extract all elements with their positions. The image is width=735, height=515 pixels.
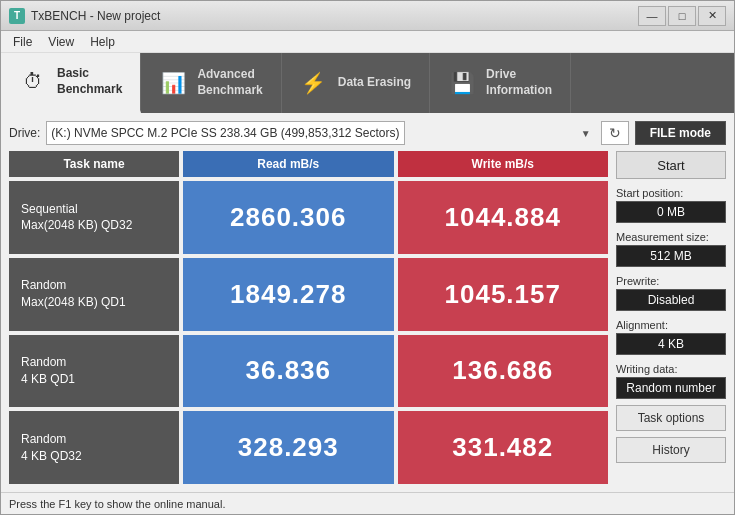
status-bar: Press the F1 key to show the online manu… (1, 492, 734, 514)
start-position-group: Start position: 0 MB (616, 185, 726, 223)
toolbar-advanced-benchmark[interactable]: 📊 AdvancedBenchmark (141, 53, 281, 113)
read-random-4kb-qd32: 328.293 (183, 411, 394, 484)
main-window: T TxBENCH - New project — □ ✕ File View … (0, 0, 735, 515)
clock-icon: ⏱ (19, 68, 47, 96)
read-random-2048-qd1: 1849.278 (183, 258, 394, 331)
close-button[interactable]: ✕ (698, 6, 726, 26)
status-text: Press the F1 key to show the online manu… (9, 498, 225, 510)
toolbar: ⏱ BasicBenchmark 📊 AdvancedBenchmark ⚡ D… (1, 53, 734, 113)
table-row: SequentialMax(2048 KB) QD32 2860.306 104… (9, 181, 608, 254)
write-random-2048-qd1: 1045.157 (398, 258, 609, 331)
title-bar: T TxBENCH - New project — □ ✕ (1, 1, 734, 31)
chevron-down-icon: ▼ (581, 128, 591, 139)
task-sequential-qd32: SequentialMax(2048 KB) QD32 (9, 181, 179, 254)
benchmark-table: Task name Read mB/s Write mB/s Sequentia… (9, 151, 608, 484)
drive-select[interactable]: (K:) NVMe SPCC M.2 PCIe SS 238.34 GB (49… (46, 121, 405, 145)
maximize-button[interactable]: □ (668, 6, 696, 26)
data-erasing-label: Data Erasing (338, 75, 411, 91)
start-button[interactable]: Start (616, 151, 726, 179)
read-sequential-qd32: 2860.306 (183, 181, 394, 254)
table-header: Task name Read mB/s Write mB/s (9, 151, 608, 177)
header-read: Read mB/s (183, 151, 394, 177)
toolbar-data-erasing[interactable]: ⚡ Data Erasing (282, 53, 430, 113)
write-sequential-qd32: 1044.884 (398, 181, 609, 254)
task-random-4kb-qd1: Random4 KB QD1 (9, 335, 179, 408)
prewrite-group: Prewrite: Disabled (616, 273, 726, 311)
measurement-size-value: 512 MB (616, 245, 726, 267)
chart-icon: 📊 (159, 69, 187, 97)
menu-bar: File View Help (1, 31, 734, 53)
read-random-4kb-qd1: 36.836 (183, 335, 394, 408)
write-random-4kb-qd1: 136.686 (398, 335, 609, 408)
sidebar: Start Start position: 0 MB Measurement s… (616, 151, 726, 484)
window-title: TxBENCH - New project (31, 9, 160, 23)
content-area: Drive: (K:) NVMe SPCC M.2 PCIe SS 238.34… (1, 113, 734, 492)
refresh-button[interactable]: ↻ (601, 121, 629, 145)
table-row: Random4 KB QD1 36.836 136.686 (9, 335, 608, 408)
title-bar-left: T TxBENCH - New project (9, 8, 160, 24)
writing-data-value: Random number (616, 377, 726, 399)
write-random-4kb-qd32: 331.482 (398, 411, 609, 484)
basic-benchmark-label: BasicBenchmark (57, 66, 122, 97)
history-button[interactable]: History (616, 437, 726, 463)
erase-icon: ⚡ (300, 69, 328, 97)
minimize-button[interactable]: — (638, 6, 666, 26)
start-position-value: 0 MB (616, 201, 726, 223)
prewrite-label: Prewrite: (616, 275, 726, 287)
prewrite-value: Disabled (616, 289, 726, 311)
measurement-size-group: Measurement size: 512 MB (616, 229, 726, 267)
drive-row: Drive: (K:) NVMe SPCC M.2 PCIe SS 238.34… (9, 121, 726, 145)
task-random-2048-qd1: RandomMax(2048 KB) QD1 (9, 258, 179, 331)
header-write: Write mB/s (398, 151, 609, 177)
writing-data-label: Writing data: (616, 363, 726, 375)
main-area: Task name Read mB/s Write mB/s Sequentia… (9, 151, 726, 484)
advanced-benchmark-label: AdvancedBenchmark (197, 67, 262, 98)
measurement-size-label: Measurement size: (616, 231, 726, 243)
alignment-label: Alignment: (616, 319, 726, 331)
start-position-label: Start position: (616, 187, 726, 199)
toolbar-drive-information[interactable]: 💾 DriveInformation (430, 53, 571, 113)
file-mode-button[interactable]: FILE mode (635, 121, 726, 145)
title-buttons: — □ ✕ (638, 6, 726, 26)
task-random-4kb-qd32: Random4 KB QD32 (9, 411, 179, 484)
drive-label: Drive: (9, 126, 40, 140)
menu-view[interactable]: View (40, 33, 82, 51)
toolbar-basic-benchmark[interactable]: ⏱ BasicBenchmark (1, 53, 141, 113)
writing-data-group: Writing data: Random number (616, 361, 726, 399)
drive-information-label: DriveInformation (486, 67, 552, 98)
drive-select-wrapper: (K:) NVMe SPCC M.2 PCIe SS 238.34 GB (49… (46, 121, 594, 145)
table-row: Random4 KB QD32 328.293 331.482 (9, 411, 608, 484)
menu-help[interactable]: Help (82, 33, 123, 51)
header-task: Task name (9, 151, 179, 177)
alignment-value: 4 KB (616, 333, 726, 355)
menu-file[interactable]: File (5, 33, 40, 51)
app-icon: T (9, 8, 25, 24)
table-row: RandomMax(2048 KB) QD1 1849.278 1045.157 (9, 258, 608, 331)
drive-icon: 💾 (448, 69, 476, 97)
task-options-button[interactable]: Task options (616, 405, 726, 431)
alignment-group: Alignment: 4 KB (616, 317, 726, 355)
